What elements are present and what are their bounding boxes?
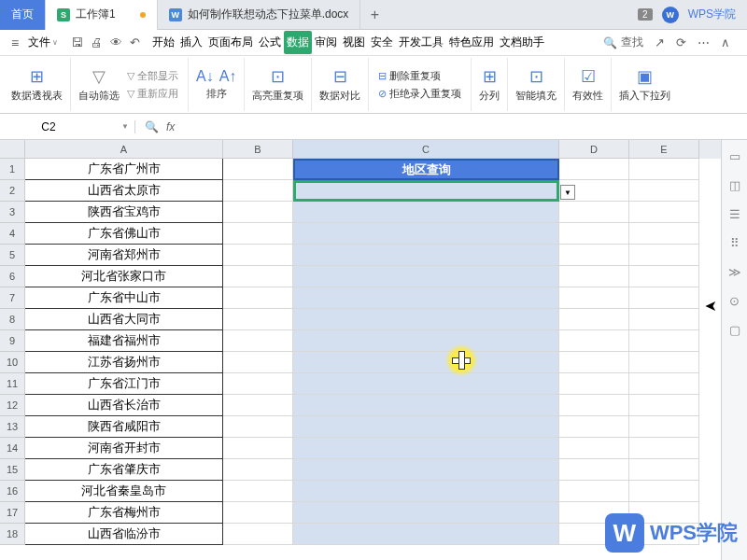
ribbon-tab-data[interactable]: 数据 [284,31,312,54]
tab-workbook[interactable]: S 工作簿1 [46,0,158,30]
dropdown-button[interactable]: ▼ [560,185,575,200]
cell[interactable] [559,159,629,180]
panel-apps-icon[interactable]: ⠿ [730,236,740,250]
cell[interactable] [293,223,559,245]
ribbon-tab-devtools[interactable]: 开发工具 [396,31,446,54]
cell[interactable] [559,459,629,481]
formula-input[interactable] [184,120,747,133]
cell[interactable] [293,438,559,459]
cell[interactable] [559,309,629,330]
tab-home[interactable]: 首页 [0,0,46,30]
save-icon[interactable]: 🖫 [71,35,83,49]
smart-fill-button[interactable]: ⊡智能填充 [508,58,565,111]
panel-chevron-icon[interactable]: ≫ [728,265,741,279]
insert-dropdown-button[interactable]: ▣插入下拉列 [612,58,678,111]
row-header[interactable]: 17 [0,502,25,524]
cell[interactable] [629,159,699,180]
col-header-b[interactable]: B [223,140,293,159]
cell[interactable] [293,287,559,309]
cell[interactable]: 河北省张家口市 [25,266,223,287]
cell[interactable]: 广东省肇庆市 [25,459,223,481]
col-header-c[interactable]: C [293,140,559,159]
ribbon-tab-formula[interactable]: 公式 [256,31,284,54]
tab-document[interactable]: W 如何制作联想动态下拉菜单.docx [158,0,361,30]
pivot-button[interactable]: ⊞数据透视表 [4,58,71,111]
cell[interactable]: 山西省临汾市 [25,524,223,545]
cell[interactable] [223,287,293,309]
tab-add-button[interactable]: + [360,7,388,23]
cell[interactable] [629,330,699,352]
share-icon[interactable]: ↗ [655,35,665,49]
row-header[interactable]: 8 [0,309,25,330]
cell[interactable]: 陕西省咸阳市 [25,416,223,438]
cell[interactable] [223,266,293,287]
cell[interactable] [293,459,559,481]
ribbon-tab-insert[interactable]: 插入 [177,31,205,54]
panel-property-icon[interactable]: ☰ [729,207,740,221]
cell[interactable] [223,524,293,545]
cell[interactable] [559,438,629,459]
cell[interactable]: 河南省郑州市 [25,245,223,266]
cell[interactable]: 山西省大同市 [25,309,223,330]
cell[interactable] [293,524,559,545]
cell[interactable]: 山西省长治市 [25,395,223,416]
cell[interactable] [559,481,629,502]
row-header[interactable]: 16 [0,481,25,502]
cell[interactable] [629,373,699,395]
cell[interactable] [223,373,293,395]
cell[interactable] [223,416,293,438]
cell[interactable] [223,352,293,373]
preview-icon[interactable]: 👁 [110,35,122,49]
cell[interactable]: 广东省中山市 [25,287,223,309]
highlight-dup-button[interactable]: ⊡高亮重复项 [245,58,312,111]
cell[interactable] [629,202,699,223]
panel-style-icon[interactable]: ◫ [729,178,740,192]
cell[interactable] [559,223,629,245]
cell[interactable] [629,266,699,287]
reapply-button[interactable]: ▽重新应用 [125,86,180,102]
cell[interactable] [559,266,629,287]
cell[interactable] [559,352,629,373]
collapse-icon[interactable]: ∧ [721,35,730,49]
sort-asc-button[interactable]: A↓ [196,68,214,85]
cell[interactable]: 广东省梅州市 [25,502,223,524]
cell[interactable] [223,395,293,416]
cell[interactable] [629,223,699,245]
ribbon-tab-security[interactable]: 安全 [368,31,396,54]
print-icon[interactable]: 🖨 [91,35,103,49]
cell[interactable]: ▼ [293,180,559,202]
panel-backup-icon[interactable]: ⊙ [729,294,740,308]
cell[interactable] [629,309,699,330]
cell[interactable] [223,159,293,180]
col-header-a[interactable]: A [25,140,223,159]
cell[interactable] [293,416,559,438]
cell[interactable] [559,202,629,223]
cell[interactable] [293,373,559,395]
ribbon-tab-view[interactable]: 视图 [340,31,368,54]
cell[interactable] [559,395,629,416]
row-header[interactable]: 14 [0,438,25,459]
cell[interactable] [629,180,699,202]
data-compare-button[interactable]: ⊟数据对比 [312,58,369,111]
row-header[interactable]: 7 [0,287,25,309]
cell[interactable] [629,438,699,459]
cell[interactable]: 广东省江门市 [25,373,223,395]
select-all-corner[interactable] [0,140,25,159]
panel-select-icon[interactable]: ▭ [729,149,740,163]
cell[interactable] [559,416,629,438]
reject-dup-button[interactable]: ⊘拒绝录入重复项 [376,86,463,102]
sort-desc-button[interactable]: A↑ [219,68,237,85]
search-fx-icon[interactable]: 🔍 [145,120,159,133]
cell[interactable] [293,481,559,502]
show-all-button[interactable]: ▽全部显示 [125,68,180,84]
cell[interactable] [223,459,293,481]
wps-academy-link[interactable]: WPS学院 [688,7,736,22]
cell[interactable] [293,202,559,223]
cell[interactable] [223,502,293,524]
cell[interactable] [293,245,559,266]
cell[interactable] [559,330,629,352]
row-header[interactable]: 9 [0,330,25,352]
cell[interactable] [629,395,699,416]
row-header[interactable]: 5 [0,245,25,266]
row-header[interactable]: 3 [0,202,25,223]
